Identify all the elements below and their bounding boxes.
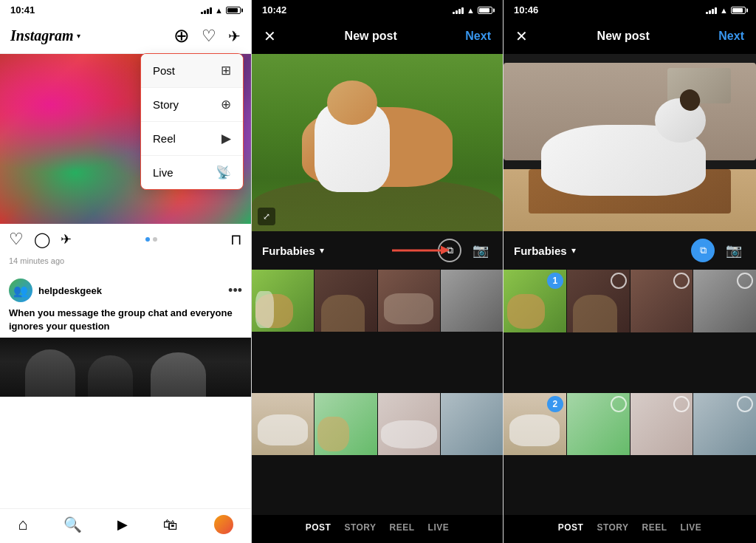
grid-circle-3-8 (737, 396, 753, 412)
nav-home-icon[interactable]: ⌂ (18, 515, 27, 534)
story-plus-icon: ⊕ (221, 97, 231, 112)
like-icon[interactable]: ♡ (9, 230, 24, 249)
author-username[interactable]: helpdeskgeek (38, 285, 102, 296)
tab-post-3[interactable]: POST (558, 522, 584, 533)
dropdown-item-post[interactable]: Post ⊞ (141, 54, 243, 88)
status-time-1: 10:41 (10, 4, 35, 16)
user-info: 👥 helpdeskgeek (9, 279, 102, 302)
battery-icon-1 (226, 7, 241, 14)
grid-item-2-7[interactable] (378, 393, 440, 455)
grid-item-3-2[interactable] (567, 270, 630, 332)
grid-item-2-1[interactable] (252, 270, 314, 332)
nav-reels-icon[interactable]: ▶ (117, 516, 128, 533)
grid-item-2-8[interactable] (441, 393, 503, 455)
tab-post-2[interactable]: POST (306, 522, 331, 533)
photo-grid-2 (252, 270, 503, 515)
post-video-thumbnail (0, 338, 251, 397)
post-author-row: 👥 helpdeskgeek ••• (0, 274, 251, 307)
grid-item-2-3[interactable] (378, 270, 440, 332)
panel-new-post-single: 10:42 ▲ ✕ New post Next (252, 0, 504, 543)
author-avatar: 👥 (9, 279, 32, 302)
next-button-3[interactable]: Next (718, 30, 744, 43)
reel-play-icon: ▶ (221, 131, 231, 146)
status-icons-3: ▲ (706, 6, 746, 15)
status-icons-2: ▲ (453, 6, 492, 15)
next-button-2[interactable]: Next (465, 30, 491, 43)
comment-icon[interactable]: ◯ (34, 230, 50, 248)
create-dropdown-menu: Post ⊞ Story ⊕ Reel ▶ Live 📡 (140, 53, 244, 190)
camera-button-3[interactable]: 📷 (722, 239, 746, 262)
post-actions-left: ♡ ◯ ✈ (9, 230, 72, 249)
instagram-logo: Instagram ▾ (10, 27, 80, 44)
grid-item-3-6[interactable] (567, 393, 630, 456)
grid-item-3-1[interactable]: 1 (504, 270, 566, 332)
grid-item-3-5[interactable]: 2 (504, 393, 566, 456)
flex-spacer (0, 397, 251, 508)
grid-item-3-3[interactable] (630, 270, 693, 332)
status-bar-1: 10:41 ▲ (0, 0, 251, 18)
tab-story-2[interactable]: STORY (344, 522, 376, 533)
dropdown-item-reel[interactable]: Reel ▶ (141, 122, 243, 156)
dot-2 (153, 237, 157, 242)
tab-reel-2[interactable]: REEL (390, 522, 415, 533)
grid-item-2-2[interactable] (315, 270, 377, 332)
header-action-icons: ⊕ ♡ ✈ (173, 24, 241, 47)
bottom-navigation: ⌂ 🔍 ▶ 🛍 (0, 508, 251, 543)
wifi-icon-1: ▲ (215, 6, 223, 15)
album-name-3[interactable]: Furbabies (514, 245, 567, 257)
album-actions-2: ⧉ 📷 (438, 239, 492, 262)
new-post-title-3: New post (597, 30, 650, 43)
tab-reel-3[interactable]: REEL (642, 522, 667, 533)
save-icon[interactable]: ⊓ (230, 230, 242, 248)
bottom-tabs-3: POST STORY REEL LIVE (504, 515, 756, 543)
post-timestamp: 14 minutes ago (9, 256, 242, 265)
wifi-icon-3: ▲ (720, 6, 728, 15)
more-options-icon[interactable]: ••• (228, 283, 242, 298)
dropdown-item-story[interactable]: Story ⊕ (141, 88, 243, 122)
grid-circle-3-4 (737, 273, 753, 289)
add-content-icon[interactable]: ⊕ (173, 24, 190, 47)
grid-item-2-4[interactable] (441, 270, 503, 332)
grid-item-3-8[interactable] (693, 393, 756, 456)
dropdown-story-label: Story (153, 98, 179, 111)
dropdown-item-live[interactable]: Live 📡 (141, 156, 243, 189)
dot-1 (145, 237, 150, 242)
share-icon[interactable]: ✈ (61, 231, 72, 247)
expand-icon-2[interactable]: ⤢ (258, 208, 275, 225)
panel-instagram-feed: 10:41 ▲ Instagram ▾ ⊕ ♡ ✈ Post (0, 0, 252, 543)
new-post-header-3: ✕ New post Next (504, 18, 756, 54)
close-button-3[interactable]: ✕ (515, 27, 528, 45)
battery-icon-2 (478, 7, 492, 14)
tab-live-2[interactable]: LIVE (428, 522, 450, 533)
album-info-2: Furbabies ▾ (262, 245, 324, 257)
tab-live-3[interactable]: LIVE (681, 522, 702, 533)
messages-icon[interactable]: ✈ (228, 27, 241, 45)
grid-circle-3-6 (611, 396, 627, 412)
tab-story-3[interactable]: STORY (597, 522, 628, 533)
album-name-2[interactable]: Furbabies (262, 245, 315, 257)
battery-icon-3 (731, 7, 746, 14)
grid-item-3-4[interactable] (693, 270, 756, 332)
grid-item-3-7[interactable] (630, 393, 693, 456)
status-bar-2: 10:42 ▲ (252, 0, 503, 18)
multi-select-button-3[interactable]: ⧉ (691, 239, 715, 262)
album-info-3: Furbabies ▾ (514, 245, 576, 257)
album-selector-3: Furbabies ▾ ⧉ 📷 (504, 231, 756, 270)
post-caption: When you message the group chat and ever… (0, 307, 251, 338)
camera-button-2[interactable]: 📷 (469, 239, 492, 262)
grid-item-2-5[interactable] (252, 393, 314, 455)
status-bar-3: 10:46 ▲ (504, 0, 756, 18)
nav-shop-icon[interactable]: 🛍 (163, 516, 178, 533)
status-time-2: 10:42 (262, 4, 286, 16)
nav-search-icon[interactable]: 🔍 (63, 516, 82, 533)
notifications-icon[interactable]: ♡ (202, 27, 216, 46)
post-grid-icon: ⊞ (221, 63, 231, 78)
nav-profile-avatar[interactable] (214, 515, 233, 534)
carousel-indicator (145, 237, 157, 242)
instagram-wordmark: Instagram (10, 27, 74, 44)
grid-item-2-6[interactable] (315, 393, 377, 455)
dropdown-post-label: Post (153, 64, 175, 77)
close-button-2[interactable]: ✕ (264, 27, 276, 45)
grid-circle-3-3 (673, 273, 690, 289)
post-meta: 14 minutes ago (0, 255, 251, 274)
